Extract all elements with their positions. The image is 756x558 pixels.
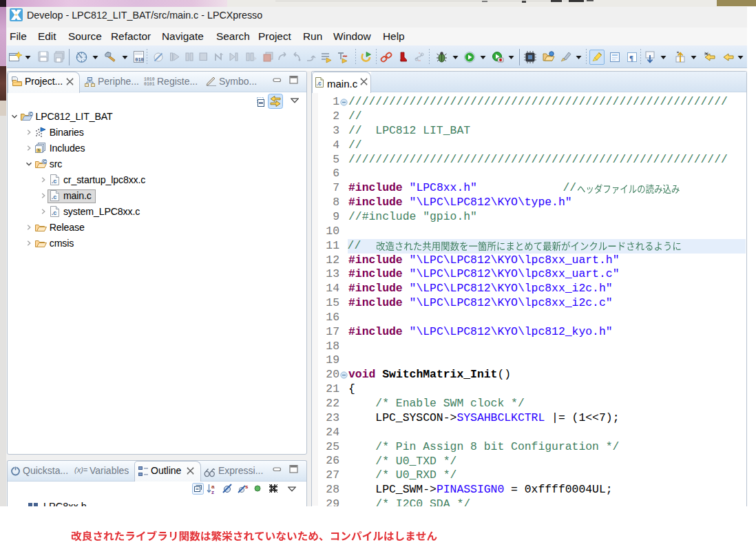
svg-text:C: C bbox=[30, 112, 33, 116]
svg-text:C: C bbox=[43, 159, 47, 164]
svg-text:¶: ¶ bbox=[629, 54, 633, 62]
svg-text:0101: 0101 bbox=[144, 82, 155, 86]
svg-text:z: z bbox=[211, 489, 214, 495]
svg-text:.c: .c bbox=[52, 178, 57, 185]
svg-text:1010: 1010 bbox=[144, 77, 155, 82]
svg-text:.c: .c bbox=[52, 209, 57, 216]
svg-text:s: s bbox=[245, 484, 249, 490]
svg-text:010: 010 bbox=[135, 57, 144, 63]
svg-text:.c: .c bbox=[52, 194, 57, 200]
svg-text:.c: .c bbox=[317, 80, 322, 87]
